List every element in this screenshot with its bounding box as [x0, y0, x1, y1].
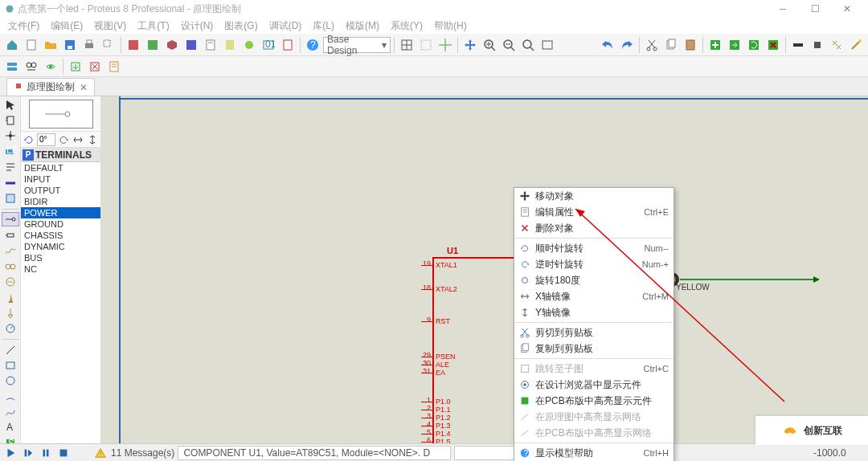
find-icon[interactable] — [23, 58, 40, 75]
menu-debug[interactable]: 调试(D) — [264, 19, 307, 33]
flip-h-icon[interactable] — [72, 133, 84, 146]
rect-icon[interactable] — [2, 358, 19, 372]
pick-icon[interactable] — [789, 36, 807, 54]
context-menu-item[interactable]: ?显示模型帮助Ctrl+H — [514, 445, 674, 461]
menu-edit[interactable]: 编辑(E) — [46, 19, 88, 33]
label-icon[interactable]: LBL — [2, 145, 19, 158]
warning-icon[interactable] — [93, 446, 108, 460]
report-icon[interactable] — [221, 36, 239, 54]
menu-help[interactable]: 帮助(H) — [429, 19, 472, 33]
junction-icon[interactable] — [2, 129, 19, 143]
context-menu-item[interactable]: 剪切到剪贴板 — [514, 324, 674, 341]
highlight-icon[interactable] — [42, 58, 59, 75]
schematic-icon[interactable] — [125, 36, 142, 54]
pointer-icon[interactable] — [2, 98, 19, 112]
menu-tools[interactable]: 工具(T) — [133, 19, 174, 33]
menu-file[interactable]: 文件(F) — [3, 19, 44, 33]
decompose-icon[interactable] — [828, 36, 845, 54]
bom-icon[interactable] — [202, 36, 219, 54]
pause-icon[interactable] — [39, 446, 53, 460]
help-icon[interactable]: ? — [304, 36, 321, 54]
bus-icon[interactable] — [2, 176, 19, 190]
terminal-item[interactable]: CHASSIS — [21, 230, 100, 241]
wizard-icon[interactable] — [240, 36, 258, 54]
open-icon[interactable] — [42, 36, 59, 54]
compile-icon[interactable] — [105, 58, 123, 75]
3d-icon[interactable] — [163, 36, 181, 54]
zoom-area-icon[interactable] — [100, 36, 117, 54]
snap-icon[interactable] — [417, 36, 435, 54]
print-icon[interactable] — [80, 36, 98, 54]
subcircuit-icon[interactable] — [2, 191, 19, 205]
origin-icon[interactable] — [436, 36, 454, 54]
new-icon[interactable] — [23, 36, 40, 54]
rotate-cw-icon[interactable] — [57, 133, 70, 146]
circle-icon[interactable] — [2, 374, 19, 388]
text-script-icon[interactable] — [2, 161, 19, 174]
instrument-icon[interactable] — [2, 322, 19, 336]
menu-system[interactable]: 系统(Y) — [386, 19, 428, 33]
grid-icon[interactable] — [398, 36, 416, 54]
probe-i-icon[interactable] — [2, 306, 19, 320]
save-icon[interactable] — [61, 36, 79, 54]
path-icon[interactable] — [2, 405, 19, 418]
tab-schematic[interactable]: 原理图绘制 ✕ — [6, 78, 95, 96]
context-menu-item[interactable]: 复制到剪贴板 — [514, 341, 674, 357]
graph-mode-icon[interactable] — [2, 244, 19, 258]
tab-close-icon[interactable]: ✕ — [80, 82, 88, 93]
schematic-canvas[interactable]: U1 AT89C51 19XTAL118XTAL29RST29PSEN30ALE… — [101, 96, 868, 461]
close-button[interactable]: ✕ — [831, 0, 863, 18]
terminal-item[interactable]: POWER — [21, 207, 100, 218]
context-menu-item[interactable]: 在PCB布版中高亮显示元件 — [514, 393, 674, 409]
line-icon[interactable] — [2, 343, 19, 357]
preview-thumbnail[interactable] — [29, 100, 93, 129]
context-menu-item[interactable]: 旋转180度 — [514, 272, 674, 288]
gerber-icon[interactable] — [182, 36, 200, 54]
generator-icon[interactable] — [2, 275, 19, 289]
undo-icon[interactable] — [599, 36, 616, 54]
redo-icon[interactable] — [618, 36, 636, 54]
cut-icon[interactable] — [643, 36, 661, 54]
menu-graph[interactable]: 图表(G) — [219, 19, 262, 33]
design-select[interactable]: Base Design▾ — [323, 37, 391, 53]
step-icon[interactable] — [21, 446, 35, 460]
pcb-icon[interactable] — [144, 36, 162, 54]
text-icon[interactable]: A — [2, 421, 19, 434]
terminal-item[interactable]: GROUND — [21, 218, 100, 230]
context-menu-item[interactable]: 逆时针旋转Num-+ — [514, 256, 674, 272]
block-move-icon[interactable] — [726, 36, 743, 54]
menu-library[interactable]: 库(L) — [308, 19, 339, 33]
play-icon[interactable] — [3, 446, 18, 460]
zoom-fit-icon[interactable] — [519, 36, 537, 54]
paste-icon[interactable] — [682, 36, 699, 54]
import-icon[interactable] — [67, 58, 84, 75]
terminals-list[interactable]: DEFAULTINPUTOUTPUTBIDIRPOWERGROUNDCHASSI… — [21, 162, 100, 461]
context-menu-item[interactable]: 顺时针旋转Num-- — [514, 240, 674, 256]
block-copy-icon[interactable] — [706, 36, 724, 54]
terminal-item[interactable]: INPUT — [21, 173, 100, 185]
menu-design[interactable]: 设计(N) — [176, 19, 219, 33]
zoom-sheet-icon[interactable] — [538, 36, 556, 54]
terminal-mode-icon[interactable] — [2, 212, 19, 226]
script-icon[interactable] — [279, 36, 297, 54]
export-icon[interactable] — [86, 58, 104, 75]
package-icon[interactable] — [809, 36, 826, 54]
terminal-item[interactable]: DYNAMIC — [21, 241, 100, 252]
messages-count[interactable]: 11 Message(s) — [111, 447, 174, 459]
pan-icon[interactable] — [461, 36, 479, 54]
zoom-out-icon[interactable] — [500, 36, 518, 54]
diff-pair-icon[interactable] — [3, 58, 21, 75]
terminal-item[interactable]: OUTPUT — [21, 185, 100, 196]
stop-icon[interactable] — [56, 446, 71, 460]
terminal-item[interactable]: NC — [21, 263, 100, 275]
menu-template[interactable]: 模版(M) — [341, 19, 384, 33]
tape-icon[interactable] — [2, 259, 19, 273]
context-menu-item[interactable]: 编辑属性Ctrl+E — [514, 204, 674, 220]
menu-view[interactable]: 视图(V) — [89, 19, 131, 33]
code-icon[interactable]: 01 — [260, 36, 277, 54]
flip-v-icon[interactable] — [86, 133, 99, 146]
terminal-item[interactable]: BIDIR — [21, 196, 100, 207]
context-menu-item[interactable]: Y轴镜像 — [514, 304, 674, 320]
home-icon[interactable] — [3, 36, 21, 54]
block-delete-icon[interactable] — [764, 36, 782, 54]
